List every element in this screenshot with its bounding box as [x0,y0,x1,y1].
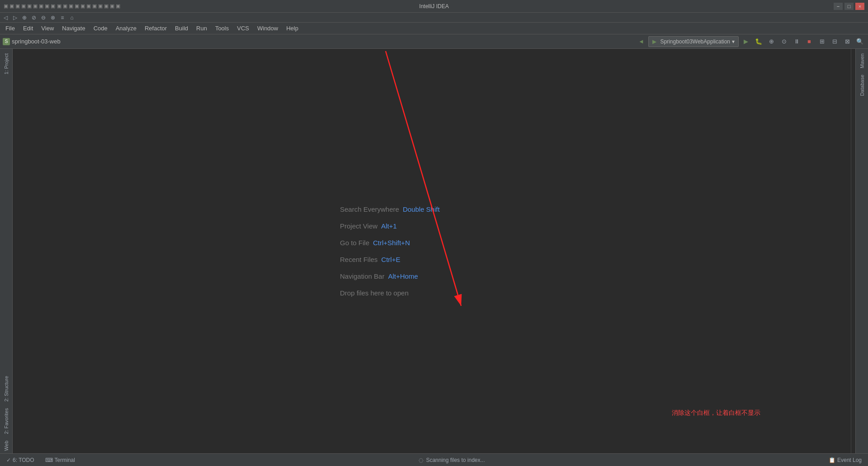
menu-run[interactable]: Run [193,24,211,33]
toolbar-action-2[interactable]: ⊟ [829,36,840,47]
menu-bar: File Edit View Navigate Code Analyze Ref… [0,23,868,34]
status-bar: ✓ 6: TODO ⌨ Terminal ◌ Scanning files to… [0,453,868,466]
maximize-button[interactable]: □ [844,3,854,10]
toolbar-icon-4[interactable]: ⊘ [29,13,38,22]
main-layout: 1: Project 2: Structure 2: Favorites Web… [0,49,868,453]
drop-files-label: Drop files here to open [340,289,409,297]
run-config-dropdown-arrow: ▾ [732,38,735,45]
toolbar-icon-2[interactable]: ▷ [10,13,19,22]
status-todo-icon: ✓ [6,457,11,463]
run-config-selector[interactable]: ▶ Springboot03WebApplication ▾ [648,36,739,47]
coverage-button[interactable]: ⊕ [766,36,777,47]
close-button[interactable]: × [855,3,864,10]
sidebar-tab-database-label: Database [859,75,865,96]
toolbar-action-1[interactable]: ⊞ [816,36,827,47]
recent-files-key: Ctrl+E [381,256,400,263]
shortcut-go-to-file: Go to File Ctrl+Shift+N [340,239,440,247]
title-bar: ▣ ▣ ▣ ▣ ▣ ▣ ▣ ▣ ▣ ▣ ▣ ▣ ▣ ▣ ▣ ▣ ▣ ▣ ▣ ▣ … [0,0,868,13]
left-sidebar: 1: Project 2: Structure 2: Favorites Web [0,49,13,453]
right-scrollbar [851,49,855,453]
toolbar-icon-8[interactable]: ⌂ [67,13,76,22]
status-terminal-label: Terminal [55,457,75,463]
menu-build[interactable]: Build [171,24,192,33]
shortcut-search-everywhere: Search Everywhere Double Shift [340,205,440,213]
profile-button[interactable]: ⊙ [778,36,789,47]
menu-code[interactable]: Code [90,24,111,33]
second-toolbar: S springboot-03-web ◄ ▶ Springboot03WebA… [0,34,868,49]
status-event-log-label: Event Log [837,457,862,463]
event-log-icon: 📋 [829,457,835,463]
toolbar-action-3[interactable]: ⊠ [842,36,853,47]
sidebar-tab-web[interactable]: Web [2,438,11,453]
sidebar-tab-favorites-label: 2: Favorites [4,408,9,434]
debug-button[interactable]: 🐛 [753,36,764,47]
sidebar-tab-structure[interactable]: 2: Structure [2,373,11,404]
title-left: ▣ ▣ ▣ ▣ ▣ ▣ ▣ ▣ ▣ ▣ ▣ ▣ ▣ ▣ ▣ ▣ ▣ ▣ ▣ ▣ [4,3,120,9]
editor-area: Search Everywhere Double Shift Project V… [13,49,851,453]
search-everywhere-label: Search Everywhere [340,205,399,213]
menu-analyze[interactable]: Analyze [112,24,140,33]
status-tab-event-log[interactable]: 📋 Event Log [826,456,864,464]
status-right: 📋 Event Log [826,456,864,464]
toolbar-icon-6[interactable]: ⊗ [48,13,57,22]
sidebar-tab-structure-label: 2: Structure [4,376,9,402]
shortcut-drop-files: Drop files here to open [340,289,440,297]
menu-vcs[interactable]: VCS [233,24,253,33]
sidebar-tab-maven[interactable]: Maven [858,51,867,71]
scanning-text: Scanning files to index... [426,457,485,463]
toolbar-icon-7[interactable]: ≡ [58,13,67,22]
status-tab-todo[interactable]: ✓ 6: TODO [4,456,37,464]
toolbar-icon-3[interactable]: ⊕ [20,13,29,22]
menu-view[interactable]: View [38,24,57,33]
run-config-icon: ▶ [652,38,656,45]
recent-files-label: Recent Files [340,256,377,263]
toolbar-icon-5[interactable]: ⊖ [39,13,48,22]
stop-button[interactable]: ■ [804,36,815,47]
menu-tools[interactable]: Tools [212,24,232,33]
shortcut-navigation-bar: Navigation Bar Alt+Home [340,272,440,280]
menu-edit[interactable]: Edit [19,24,37,33]
pause-button[interactable]: ⏸ [791,36,802,47]
search-everywhere-toolbar[interactable]: 🔍 [854,36,865,47]
terminal-icon: ⌨ [45,457,53,463]
go-to-file-key: Ctrl+Shift+N [373,239,410,247]
sidebar-tab-project[interactable]: 1: Project [2,51,11,77]
navigation-bar-key: Alt+Home [388,272,418,280]
menu-file[interactable]: File [2,24,19,33]
title-text: IntelliJ IDEA [419,3,448,10]
navigation-bar-label: Navigation Bar [340,272,384,280]
project-name: springboot-03-web [12,38,61,45]
toolbar-icon-1[interactable]: ◁ [1,13,10,22]
toolbar-icons-row: ◁ ▷ ⊕ ⊘ ⊖ ⊗ ≡ ⌂ [0,13,868,23]
back-button[interactable]: ◄ [636,36,646,47]
menu-window[interactable]: Window [254,24,282,33]
shortcut-project-view: Project View Alt+1 [340,222,440,230]
sidebar-tab-favorites[interactable]: 2: Favorites [2,405,11,437]
status-tab-terminal[interactable]: ⌨ Terminal [42,456,78,464]
project-icon-letter: S [5,39,8,44]
go-to-file-label: Go to File [340,239,369,247]
status-todo-label: 6: TODO [13,457,34,463]
menu-navigate[interactable]: Navigate [58,24,89,33]
menu-refactor[interactable]: Refactor [141,24,170,33]
status-center: ◌ Scanning files to index... [419,457,485,463]
project-icon: S [3,38,10,45]
window-buttons: − □ × [834,3,864,10]
status-left: ✓ 6: TODO ⌨ Terminal [4,456,78,464]
shortcut-recent-files: Recent Files Ctrl+E [340,256,440,263]
run-config-name: Springboot03WebApplication [660,38,730,45]
sidebar-tab-web-label: Web [4,441,9,451]
center-shortcuts: Search Everywhere Double Shift Project V… [340,205,440,297]
run-button[interactable]: ▶ [741,36,751,47]
sidebar-tab-database[interactable]: Database [858,72,867,99]
menu-help[interactable]: Help [283,24,302,33]
title-icons: ▣ ▣ ▣ ▣ ▣ ▣ ▣ ▣ ▣ ▣ ▣ ▣ ▣ ▣ ▣ ▣ ▣ ▣ ▣ ▣ [4,3,120,9]
project-label: S springboot-03-web [3,38,61,45]
sidebar-tab-project-label: 1: Project [4,53,9,74]
spinner-icon: ◌ [419,457,423,463]
annotation-text: 消除这个白框，让着白框不显示 [672,409,760,417]
minimize-button[interactable]: − [834,3,843,10]
project-view-label: Project View [340,222,377,230]
search-everywhere-key: Double Shift [403,205,440,213]
project-view-key: Alt+1 [381,222,397,230]
